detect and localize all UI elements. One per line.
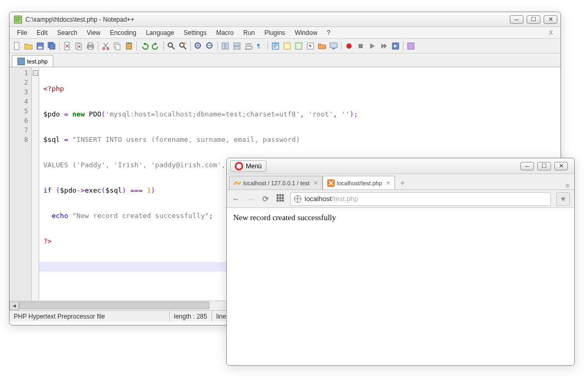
user-lang-icon[interactable] <box>282 41 292 51</box>
new-file-icon[interactable] <box>12 41 22 51</box>
scroll-left-icon[interactable]: ◄ <box>10 302 19 310</box>
maximize-button[interactable]: ☐ <box>527 15 540 24</box>
save-icon[interactable] <box>35 41 45 51</box>
svg-rect-32 <box>284 43 290 49</box>
copy-icon[interactable] <box>112 41 123 51</box>
menu-plugins[interactable]: Plugins <box>260 28 289 38</box>
menu-search[interactable]: Search <box>53 28 81 38</box>
menu-language[interactable]: Language <box>142 28 178 38</box>
browser-close-button[interactable]: ✕ <box>554 162 568 170</box>
doc-map-icon[interactable] <box>293 41 304 51</box>
svg-rect-45 <box>277 197 279 199</box>
speed-dial-icon[interactable] <box>275 194 285 203</box>
file-tab-test-php[interactable]: test.php <box>12 55 53 67</box>
notepad-app-icon <box>14 15 22 24</box>
sync-h-icon[interactable] <box>232 41 242 51</box>
save-all-icon[interactable] <box>47 41 57 51</box>
zoom-out-icon[interactable] <box>205 41 215 51</box>
forward-button[interactable]: → <box>246 194 255 203</box>
close-button[interactable]: ✕ <box>544 15 557 24</box>
fold-minus-icon[interactable]: − <box>33 70 38 76</box>
titlebar[interactable]: C:\xampp\htdocs\test.php - Notepad++ ─ ☐… <box>10 12 561 27</box>
function-list-icon[interactable] <box>305 41 316 51</box>
svg-point-22 <box>180 43 184 47</box>
folder-icon[interactable] <box>317 41 327 51</box>
globe-icon <box>294 195 301 203</box>
svg-rect-35 <box>330 43 337 48</box>
zoom-in-icon[interactable] <box>193 41 204 51</box>
browser-tab-bar: localhost / 127.0.0.1 / test × localhost… <box>227 174 574 190</box>
open-file-icon[interactable] <box>23 41 34 51</box>
replace-icon[interactable] <box>178 41 188 51</box>
svg-rect-40 <box>408 43 414 49</box>
file-tab-label: test.php <box>27 58 48 65</box>
toolbar-icon[interactable]: ¶ <box>255 41 265 51</box>
svg-rect-29 <box>234 47 240 49</box>
svg-rect-1 <box>15 17 21 18</box>
minimize-button[interactable]: ─ <box>510 15 523 24</box>
svg-rect-43 <box>279 194 281 196</box>
close-all-icon[interactable] <box>74 41 84 51</box>
play-multi-icon[interactable] <box>379 41 389 51</box>
cut-icon[interactable] <box>100 41 111 51</box>
phpmyadmin-favicon-icon <box>234 179 241 187</box>
svg-rect-2 <box>15 19 21 20</box>
indent-guide-icon[interactable] <box>270 41 281 51</box>
line-number-gutter: 1234 5678 <box>10 67 32 301</box>
fold-gutter: − <box>32 67 39 301</box>
menu-view[interactable]: View <box>82 28 105 38</box>
svg-rect-13 <box>88 43 93 45</box>
close-file-icon[interactable] <box>62 41 72 51</box>
menu-settings[interactable]: Settings <box>179 28 210 38</box>
svg-rect-33 <box>296 43 302 49</box>
menu-encoding[interactable]: Encoding <box>106 28 141 38</box>
monitor-icon[interactable] <box>328 41 339 51</box>
opera-menu-button[interactable]: Menü <box>230 160 267 172</box>
play-macro-icon[interactable] <box>367 41 378 51</box>
status-length: length : 285 <box>170 311 212 322</box>
menu-macro[interactable]: Macro <box>212 28 238 38</box>
svg-rect-44 <box>282 194 284 196</box>
browser-tab-phpmyadmin[interactable]: localhost / 127.0.0.1 / test × <box>229 176 323 189</box>
opera-menu-label: Menü <box>246 162 262 170</box>
menu-edit[interactable]: Edit <box>32 28 52 38</box>
undo-icon[interactable] <box>139 41 150 51</box>
svg-point-21 <box>168 43 172 47</box>
print-icon[interactable] <box>85 41 96 51</box>
bookmark-heart-button[interactable]: ♥ <box>556 192 570 206</box>
back-button[interactable]: ← <box>231 194 241 203</box>
svg-rect-42 <box>277 194 279 196</box>
stop-macro-icon[interactable] <box>355 41 366 51</box>
menu-help[interactable]: ? <box>323 28 335 38</box>
svg-rect-14 <box>88 47 93 49</box>
redo-icon[interactable] <box>151 41 161 51</box>
svg-rect-8 <box>50 44 55 49</box>
save-macro-icon[interactable] <box>390 41 401 51</box>
menu-run[interactable]: Run <box>239 28 259 38</box>
browser-minimize-button[interactable]: ─ <box>520 162 534 170</box>
browser-titlebar[interactable]: Menü ─ ☐ ✕ <box>227 158 574 174</box>
toolbar-extra-icon[interactable] <box>406 41 416 51</box>
browser-tab-testphp[interactable]: localhost/test.php × <box>323 176 395 189</box>
menu-window[interactable]: Window <box>290 28 321 38</box>
record-macro-icon[interactable] <box>344 41 354 51</box>
status-language: PHP Hypertext Preprocessor file <box>14 311 170 322</box>
menu-file[interactable]: File <box>13 28 31 38</box>
browser-maximize-button[interactable]: ☐ <box>537 162 551 170</box>
svg-rect-38 <box>359 44 363 48</box>
panel-close-icon[interactable]: X <box>545 29 557 37</box>
tab-overflow-icon[interactable]: ≡ <box>563 182 572 189</box>
paste-icon[interactable] <box>124 41 134 51</box>
scroll-thumb[interactable] <box>19 302 209 309</box>
tab-close-icon[interactable]: × <box>387 179 391 187</box>
url-input[interactable]: localhost/test.php <box>290 192 551 206</box>
window-title: C:\xampp\htdocs\test.php - Notepad++ <box>25 16 510 23</box>
find-icon[interactable] <box>166 41 177 51</box>
sync-v-icon[interactable] <box>220 41 231 51</box>
reload-button[interactable]: ⟳ <box>261 194 270 204</box>
new-tab-button[interactable]: + <box>395 177 410 189</box>
word-wrap-icon[interactable] <box>243 41 254 51</box>
tab-close-icon[interactable]: × <box>314 179 318 187</box>
svg-rect-3 <box>15 21 19 21</box>
xampp-favicon-icon <box>327 179 335 187</box>
